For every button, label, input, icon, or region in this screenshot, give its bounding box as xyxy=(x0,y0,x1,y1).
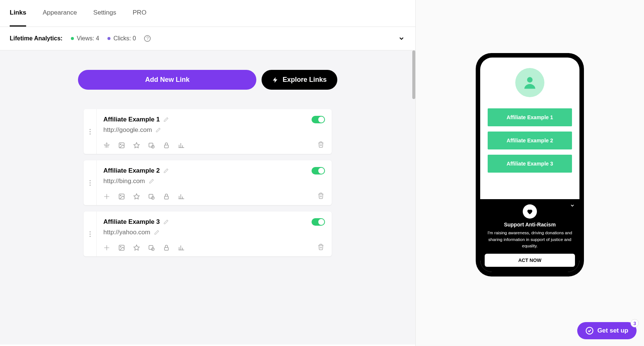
svg-rect-3 xyxy=(149,143,153,147)
explore-links-button[interactable]: Explore Links xyxy=(262,70,337,90)
expand-analytics-icon[interactable] xyxy=(398,35,405,42)
star-icon[interactable] xyxy=(133,193,140,200)
edit-title-icon[interactable] xyxy=(163,117,169,122)
avatar xyxy=(515,68,544,97)
clicks-metric: Clicks: 0 xyxy=(107,35,136,42)
edit-url-icon[interactable] xyxy=(149,179,154,184)
enable-toggle[interactable] xyxy=(312,218,325,226)
edit-url-icon[interactable] xyxy=(156,127,161,133)
content-area: Add New Link Explore Links Affiliate Exa… xyxy=(0,50,415,345)
link-card: Affiliate Example 1 http://google.com xyxy=(84,109,332,154)
link-url: http://google.com xyxy=(103,126,152,134)
lock-icon[interactable] xyxy=(163,142,170,149)
link-url: http://bing.com xyxy=(103,177,145,185)
link-title: Affiliate Example 2 xyxy=(103,167,160,174)
views-label: Views: xyxy=(77,35,94,42)
svg-rect-15 xyxy=(149,245,153,250)
link-card: Affiliate Example 3 http://yahoo.com xyxy=(84,211,332,256)
banner-text: I'm raising awareness, driving donations… xyxy=(485,230,575,249)
collapse-banner-icon[interactable] xyxy=(570,203,575,208)
heart-badge-icon xyxy=(523,204,537,219)
svg-point-13 xyxy=(120,246,121,247)
phone-preview: Affiliate Example 1 Affiliate Example 2 … xyxy=(476,53,584,277)
edit-title-icon[interactable] xyxy=(163,219,169,225)
link-card: Affiliate Example 2 http://bing.com xyxy=(84,160,332,205)
tab-pro[interactable]: PRO xyxy=(133,0,147,27)
tab-settings[interactable]: Settings xyxy=(93,0,116,27)
explore-label: Explore Links xyxy=(282,76,326,84)
star-icon[interactable] xyxy=(133,142,140,149)
link-title: Affiliate Example 3 xyxy=(103,218,160,226)
delete-icon[interactable] xyxy=(318,192,324,199)
drag-handle[interactable] xyxy=(84,160,97,205)
redirect-icon[interactable] xyxy=(103,142,110,149)
tab-links[interactable]: Links xyxy=(10,0,26,27)
image-icon[interactable] xyxy=(118,142,125,149)
tab-appearance[interactable]: Appearance xyxy=(43,0,77,27)
schedule-icon[interactable] xyxy=(148,193,155,200)
stats-icon[interactable] xyxy=(178,142,185,149)
analytics-bar: Lifetime Analytics: Views: 4 Clicks: 0 ? xyxy=(0,27,415,50)
link-url: http://yahoo.com xyxy=(103,229,150,236)
add-new-link-button[interactable]: Add New Link xyxy=(78,70,256,90)
preview-panel: Affiliate Example 1 Affiliate Example 2 … xyxy=(416,0,644,346)
delete-icon[interactable] xyxy=(318,141,324,148)
views-dot-icon xyxy=(71,37,74,40)
get-set-up-button[interactable]: Get set up 3 xyxy=(577,322,637,339)
svg-rect-9 xyxy=(149,194,153,198)
analytics-label: Lifetime Analytics: xyxy=(10,35,63,42)
setup-label: Get set up xyxy=(597,327,628,334)
person-icon xyxy=(522,74,538,91)
star-icon[interactable] xyxy=(133,244,140,251)
enable-toggle[interactable] xyxy=(312,116,325,123)
stats-icon[interactable] xyxy=(178,244,185,251)
edit-title-icon[interactable] xyxy=(163,168,169,173)
redirect-icon[interactable] xyxy=(103,244,110,251)
views-count: 4 xyxy=(96,35,99,42)
support-banner: Support Anti-Racism I'm raising awarenes… xyxy=(480,199,579,272)
image-icon[interactable] xyxy=(118,244,125,251)
svg-point-1 xyxy=(120,144,121,145)
svg-rect-5 xyxy=(165,145,169,148)
clicks-label: Clicks: xyxy=(113,35,131,42)
stats-icon[interactable] xyxy=(178,193,185,200)
preview-link[interactable]: Affiliate Example 3 xyxy=(488,155,572,173)
action-buttons: Add New Link Explore Links xyxy=(0,70,415,90)
phone-screen: Affiliate Example 1 Affiliate Example 2 … xyxy=(480,58,579,272)
svg-point-18 xyxy=(527,77,533,83)
enable-toggle[interactable] xyxy=(312,167,325,174)
delete-icon[interactable] xyxy=(318,244,324,250)
tab-bar: Links Appearance Settings PRO xyxy=(0,0,415,27)
lightning-icon xyxy=(272,77,279,83)
edit-url-icon[interactable] xyxy=(154,230,159,235)
drag-handle[interactable] xyxy=(84,211,97,256)
schedule-icon[interactable] xyxy=(148,244,155,251)
lock-icon[interactable] xyxy=(163,244,170,251)
clicks-dot-icon xyxy=(107,37,110,40)
help-icon[interactable]: ? xyxy=(144,35,151,42)
check-circle-icon xyxy=(585,327,594,335)
svg-rect-17 xyxy=(165,247,169,250)
svg-marker-8 xyxy=(134,194,140,199)
redirect-icon[interactable] xyxy=(103,193,110,200)
scrollbar[interactable] xyxy=(412,50,415,99)
drag-handle[interactable] xyxy=(84,109,97,154)
svg-point-7 xyxy=(120,195,121,196)
image-icon[interactable] xyxy=(118,193,125,200)
lock-icon[interactable] xyxy=(163,193,170,200)
link-cards-list: Affiliate Example 1 http://google.com xyxy=(0,109,415,256)
svg-marker-2 xyxy=(134,143,140,148)
link-title: Affiliate Example 1 xyxy=(103,116,160,123)
clicks-count: 0 xyxy=(132,35,136,42)
svg-marker-14 xyxy=(134,245,140,250)
preview-link[interactable]: Affiliate Example 2 xyxy=(488,132,572,149)
preview-link[interactable]: Affiliate Example 1 xyxy=(488,108,572,126)
views-metric: Views: 4 xyxy=(71,35,99,42)
svg-rect-11 xyxy=(165,196,169,199)
banner-title: Support Anti-Racism xyxy=(485,222,575,228)
schedule-icon[interactable] xyxy=(148,142,155,149)
act-now-button[interactable]: ACT NOW xyxy=(485,254,575,267)
setup-count-badge: 3 xyxy=(631,319,639,327)
left-panel: Links Appearance Settings PRO Lifetime A… xyxy=(0,0,416,346)
